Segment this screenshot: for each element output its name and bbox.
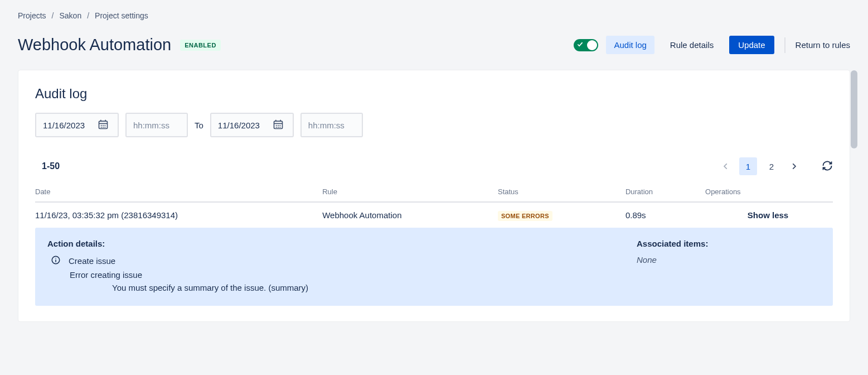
- table-details-row: Action details: Create issue Error creat…: [35, 228, 833, 306]
- page-1[interactable]: 1: [739, 157, 757, 175]
- separator: [784, 37, 785, 53]
- cell-date: 11/16/23, 03:35:32 pm (23816349314): [35, 202, 322, 228]
- svg-point-7: [104, 127, 105, 128]
- to-time-input[interactable]: [300, 113, 363, 137]
- pagination: 1 2: [718, 157, 833, 175]
- toggle-knob: [587, 40, 597, 50]
- col-status: Status: [498, 183, 625, 202]
- col-rule: Rule: [322, 183, 498, 202]
- calendar-icon: [98, 119, 109, 132]
- from-time-field[interactable]: [132, 120, 182, 131]
- page-title: Webhook Automation: [18, 36, 171, 54]
- table-row: 11/16/23, 03:35:32 pm (23816349314) Webh…: [35, 202, 833, 228]
- svg-point-14: [279, 124, 280, 126]
- audit-log-card: Audit log To: [18, 70, 850, 322]
- section-title: Audit log: [35, 86, 833, 102]
- pagination-row: 1-50 1 2: [35, 157, 833, 175]
- svg-point-16: [278, 127, 279, 128]
- svg-point-17: [279, 127, 280, 128]
- result-range: 1-50: [42, 161, 60, 171]
- breadcrumb-projects[interactable]: Projects: [18, 11, 46, 20]
- to-date-field[interactable]: [217, 120, 267, 131]
- cell-duration: 0.89s: [625, 202, 705, 228]
- svg-point-12: [276, 124, 277, 126]
- svg-point-6: [103, 127, 104, 128]
- action-name: Create issue: [69, 256, 115, 266]
- col-date: Date: [35, 183, 322, 202]
- breadcrumb-separator: /: [52, 11, 54, 20]
- cell-operations: Show less: [705, 202, 833, 228]
- breadcrumb-sakon[interactable]: Sakon: [59, 11, 81, 20]
- svg-point-5: [101, 127, 102, 128]
- action-details-header: Action details:: [47, 239, 603, 248]
- refresh-button[interactable]: [822, 160, 833, 173]
- breadcrumb: Projects / Sakon / Project settings: [18, 11, 850, 20]
- to-date-input[interactable]: [210, 113, 294, 137]
- svg-point-4: [104, 124, 105, 126]
- to-time-field[interactable]: [307, 120, 357, 131]
- action-row: Create issue: [51, 255, 603, 267]
- status-badge-enabled: ENABLED: [180, 40, 221, 51]
- audit-table: Date Rule Status Duration Operations 11/…: [35, 183, 833, 306]
- to-label: To: [195, 121, 203, 130]
- from-time-input[interactable]: [125, 113, 188, 137]
- action-details-panel: Action details: Create issue Error creat…: [35, 228, 833, 306]
- associated-items-value: None: [637, 255, 821, 265]
- prev-page-button[interactable]: [718, 158, 734, 174]
- breadcrumb-project-settings[interactable]: Project settings: [95, 11, 148, 20]
- associated-items-header: Associated items:: [637, 239, 821, 248]
- page-header: Webhook Automation ENABLED Audit log Rul…: [18, 36, 850, 54]
- calendar-icon: [273, 119, 284, 132]
- breadcrumb-separator: /: [87, 11, 89, 20]
- svg-point-22: [55, 258, 56, 259]
- next-page-button[interactable]: [786, 158, 802, 174]
- svg-point-15: [276, 127, 277, 128]
- page-2[interactable]: 2: [763, 157, 780, 175]
- status-badge-some-errors: SOME ERRORS: [498, 211, 552, 221]
- update-button[interactable]: Update: [729, 36, 774, 54]
- check-icon: [577, 41, 583, 49]
- header-actions: Audit log Rule details Update Return to …: [574, 36, 850, 54]
- show-less-toggle[interactable]: Show less: [748, 210, 788, 220]
- svg-point-3: [103, 124, 104, 126]
- error-message: You must specify a summary of the issue.…: [112, 283, 603, 292]
- svg-point-2: [101, 124, 102, 126]
- date-filters: To: [35, 113, 833, 137]
- col-operations: Operations: [705, 183, 833, 202]
- return-to-rules-link[interactable]: Return to rules: [796, 40, 850, 50]
- error-title: Error creating issue: [70, 270, 603, 280]
- from-date-field[interactable]: [42, 120, 92, 131]
- col-duration: Duration: [625, 183, 705, 202]
- rule-enabled-toggle[interactable]: [574, 39, 598, 51]
- cell-rule: Webhook Automation: [322, 202, 498, 228]
- tab-audit-log[interactable]: Audit log: [606, 36, 654, 54]
- tab-rule-details[interactable]: Rule details: [662, 36, 721, 54]
- svg-point-13: [278, 124, 279, 126]
- cell-status: SOME ERRORS: [498, 202, 625, 228]
- info-icon: [51, 255, 61, 267]
- from-date-input[interactable]: [35, 113, 119, 137]
- scrollbar[interactable]: [851, 70, 857, 148]
